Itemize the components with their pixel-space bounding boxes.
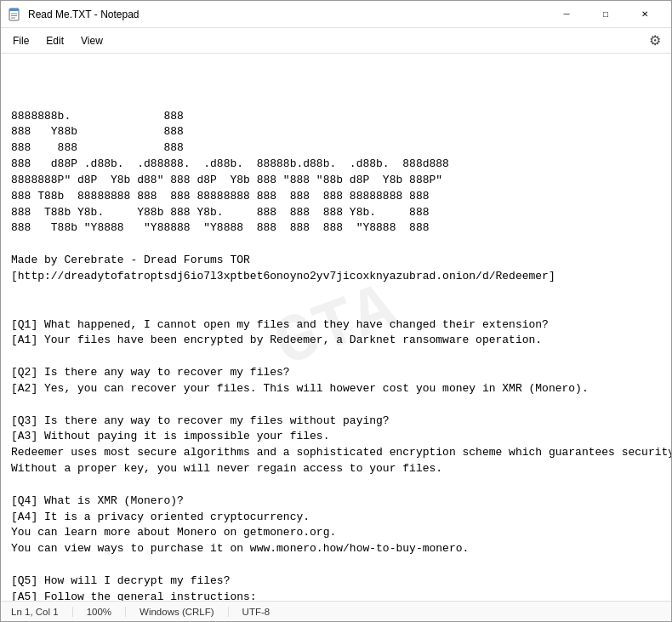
zoom-level: 100% bbox=[73, 607, 126, 617]
window-title: Read Me.TXT - Notepad bbox=[28, 9, 547, 20]
cursor-position: Ln 1, Col 1 bbox=[8, 607, 73, 617]
editor-content[interactable]: 8888888b. 888 888 Y88b 888 888 888 888 8… bbox=[11, 109, 661, 601]
maximize-button[interactable]: □ bbox=[586, 1, 625, 28]
status-bar: Ln 1, Col 1 100% Windows (CRLF) UTF-8 bbox=[1, 601, 671, 621]
menu-file[interactable]: File bbox=[4, 31, 37, 50]
menu-view[interactable]: View bbox=[72, 31, 111, 50]
encoding: UTF-8 bbox=[229, 607, 284, 617]
line-ending: Windows (CRLF) bbox=[126, 607, 229, 617]
minimize-button[interactable]: ─ bbox=[547, 1, 586, 28]
title-bar: Read Me.TXT - Notepad ─ □ ✕ bbox=[1, 1, 671, 28]
close-button[interactable]: ✕ bbox=[625, 1, 664, 28]
window-controls: ─ □ ✕ bbox=[547, 1, 664, 28]
menu-bar: File Edit View ⚙ bbox=[1, 28, 671, 54]
settings-icon[interactable]: ⚙ bbox=[642, 29, 668, 52]
menu-edit[interactable]: Edit bbox=[37, 31, 72, 50]
editor-area[interactable]: GTA 8888888b. 888 888 Y88b 888 888 888 8… bbox=[1, 54, 671, 601]
app-icon bbox=[8, 8, 21, 21]
notepad-window: Read Me.TXT - Notepad ─ □ ✕ File Edit Vi… bbox=[0, 0, 672, 622]
svg-rect-1 bbox=[9, 9, 19, 11]
